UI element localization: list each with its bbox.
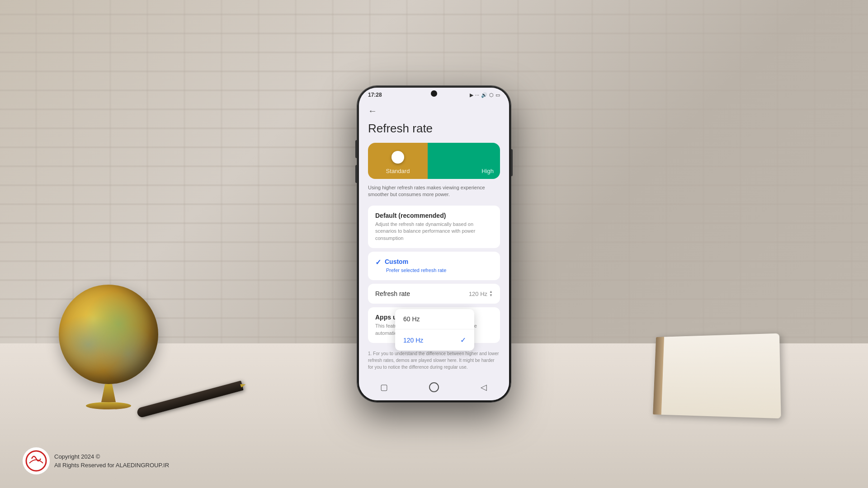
footnote: 1. For you to understand the difference … <box>368 350 500 378</box>
nav-recents-button[interactable]: ▢ <box>379 382 390 393</box>
dropdown-120hz-label: 120 Hz <box>403 337 423 344</box>
custom-option-row: ✓ Custom <box>375 258 493 267</box>
watermark-text-block: Copyright 2024 © All Rights Reserved for… <box>54 452 169 470</box>
nav-back-button[interactable]: ◁ <box>478 382 489 393</box>
custom-option-card[interactable]: ✓ Custom Prefer selected refresh rate <box>368 252 500 280</box>
status-time: 17:28 <box>368 92 382 98</box>
custom-checkmark: ✓ <box>375 258 381 267</box>
high-mode-button[interactable]: High <box>428 143 500 179</box>
standard-mode-button[interactable]: Standard <box>368 143 428 179</box>
globe-stand <box>99 384 118 402</box>
signal-icon: ⬡ <box>489 92 494 98</box>
dropdown-check-icon: ✓ <box>460 336 466 344</box>
recents-icon: ▢ <box>380 382 388 392</box>
toggle-knob <box>392 151 404 164</box>
custom-option-title: Custom <box>385 258 408 265</box>
camera-notch <box>431 90 437 97</box>
book-decoration <box>651 334 778 416</box>
refresh-rate-row[interactable]: Refresh rate 120 Hz ▲ ▼ <box>368 284 500 304</box>
dropdown-60hz-label: 60 Hz <box>403 315 420 323</box>
page-title: Refresh rate <box>368 122 500 136</box>
copyright-line: Copyright 2024 © <box>54 452 169 461</box>
battery-icon: ▭ <box>495 92 500 98</box>
dropdown-60hz-option[interactable]: 60 Hz <box>395 309 474 329</box>
watermark: Copyright 2024 © All Rights Reserved for… <box>23 447 169 474</box>
wifi-icon: 🔊 <box>481 92 487 98</box>
refresh-rate-label: Refresh rate <box>375 290 410 297</box>
high-label: High <box>481 168 494 174</box>
globe-sphere <box>59 285 158 384</box>
nav-home-button[interactable] <box>429 382 439 392</box>
book-pages <box>653 333 781 419</box>
globe-base <box>86 402 131 409</box>
refresh-rate-dropdown[interactable]: 60 Hz 120 Hz ✓ <box>395 309 474 351</box>
custom-option-desc: Prefer selected refresh rate <box>386 267 493 274</box>
status-icons: ▶ ··· 🔊 ⬡ ▭ <box>470 92 500 98</box>
phone-wrapper: 17:28 ▶ ··· 🔊 ⬡ ▭ ← Refresh rate <box>357 86 511 402</box>
mode-toggle[interactable]: Standard High <box>368 143 500 179</box>
phone-outer: 17:28 ▶ ··· 🔊 ⬡ ▭ ← Refresh rate <box>357 86 511 402</box>
back-button[interactable]: ← <box>368 102 500 120</box>
stepper-arrows[interactable]: ▲ ▼ <box>489 290 493 297</box>
watermark-logo <box>23 447 50 474</box>
status-bar: 17:28 ▶ ··· 🔊 ⬡ ▭ <box>359 88 509 102</box>
toggle-description: Using higher refresh rates makes viewing… <box>368 184 500 198</box>
refresh-rate-value-group: 120 Hz ▲ ▼ <box>469 290 493 297</box>
globe-decoration <box>45 271 172 398</box>
dropdown-120hz-option[interactable]: 120 Hz ✓ <box>395 329 474 351</box>
play-icon: ▶ <box>470 92 473 98</box>
svg-point-0 <box>26 451 46 471</box>
logo-icon <box>25 450 47 472</box>
phone-screen: 17:28 ▶ ··· 🔊 ⬡ ▭ ← Refresh rate <box>359 88 509 400</box>
bottom-nav: ▢ ◁ <box>359 378 509 400</box>
arrow-down-icon: ▼ <box>489 294 493 297</box>
refresh-rate-value: 120 Hz <box>469 291 487 297</box>
standard-label: Standard <box>386 168 410 174</box>
rights-line: All Rights Reserved for ALAEDINGROUP.IR <box>54 461 169 470</box>
default-option-desc: Adjust the refresh rate dynamically base… <box>375 221 493 242</box>
dots-icon: ··· <box>475 92 479 98</box>
back-nav-icon: ◁ <box>481 382 487 392</box>
default-option-title: Default (recommended) <box>375 212 493 219</box>
default-option-card[interactable]: Default (recommended) Adjust the refresh… <box>368 206 500 248</box>
